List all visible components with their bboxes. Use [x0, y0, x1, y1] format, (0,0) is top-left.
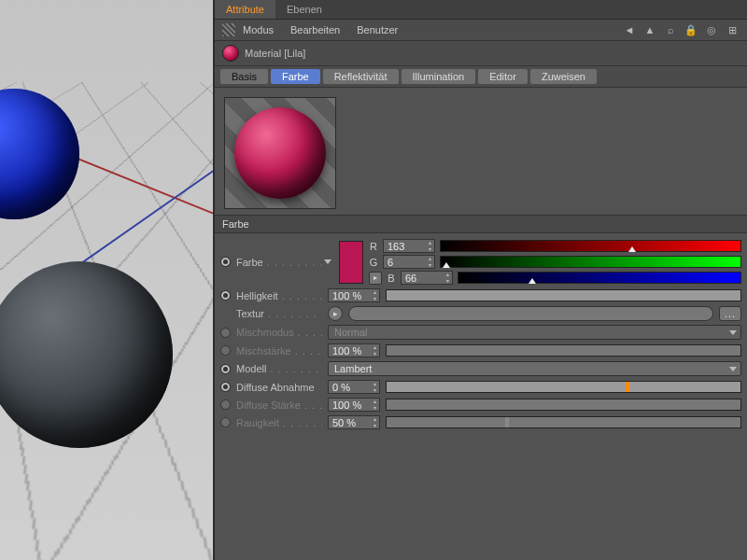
input-diffuse-staerke: 100 %▴▾ — [328, 398, 380, 412]
select-mischmodus: Normal — [328, 325, 741, 340]
tab-attribute[interactable]: Attribute — [215, 0, 275, 19]
rgb-row-b: ▸ B 66▴▾ — [369, 271, 741, 285]
slider-rauigkeit — [386, 416, 741, 428]
enable-farbe[interactable] — [220, 257, 231, 267]
slider-g[interactable] — [440, 256, 741, 268]
material-header[interactable]: Material [Lila] — [215, 41, 747, 66]
enable-diffuse-abnahme[interactable] — [220, 382, 231, 392]
label-modell: Modell — [236, 363, 322, 374]
slider-diffuse-staerke — [386, 399, 741, 411]
label-diffuse-staerke: Diffuse Stärke — [236, 399, 322, 411]
row-mischstaerke: Mischstärke 100 %▴▾ — [220, 342, 741, 359]
menu-bearbeiten[interactable]: Bearbeiten — [290, 24, 340, 35]
tab-reflekt[interactable]: Reflektivität — [323, 69, 399, 84]
rgb-row-g: G 6▴▾ — [369, 255, 741, 269]
add-icon[interactable]: ⊞ — [725, 22, 740, 37]
properties-list: Farbe R 163▴▾ G 6▴▾ ▸ B 66▴▾ — [215, 233, 747, 439]
input-helligkeit[interactable]: 100 %▴▾ — [328, 288, 380, 302]
slider-diffuse-abnahme[interactable] — [386, 381, 741, 393]
enable-helligkeit[interactable] — [220, 290, 231, 301]
enable-modell[interactable] — [220, 364, 231, 374]
input-b[interactable]: 66▴▾ — [401, 271, 453, 285]
rgb-group: R 163▴▾ G 6▴▾ ▸ B 66▴▾ — [369, 239, 741, 285]
attribute-panel: Attribute Ebenen Modus Bearbeiten Benutz… — [215, 0, 747, 560]
enable-diffuse-staerke — [220, 399, 231, 410]
section-farbe: Farbe — [215, 215, 747, 233]
label-farbe: Farbe — [236, 257, 322, 268]
row-textur: Textur ▸ ... — [220, 304, 741, 323]
enable-mischstaerke — [220, 345, 231, 356]
input-mischstaerke: 100 %▴▾ — [328, 343, 380, 357]
row-modell: Modell Lambert — [220, 359, 741, 378]
tab-farbe[interactable]: Farbe — [271, 69, 320, 84]
input-r[interactable]: 163▴▾ — [383, 239, 435, 253]
nav-up-icon[interactable]: ▲ — [642, 22, 657, 37]
input-diffuse-abnahme[interactable]: 0 %▴▾ — [328, 380, 380, 394]
slider-r[interactable] — [440, 240, 741, 252]
tab-editor[interactable]: Editor — [478, 69, 528, 84]
new-tab-icon[interactable]: ◎ — [704, 22, 719, 37]
label-mischstaerke: Mischstärke — [236, 345, 322, 357]
row-mischmodus: Mischmodus Normal — [220, 323, 741, 342]
tab-basis[interactable]: Basis — [220, 69, 268, 84]
expand-b-icon[interactable]: ▸ — [369, 272, 382, 285]
input-rauigkeit: 50 %▴▾ — [328, 415, 380, 429]
label-g: G — [369, 257, 378, 268]
enable-rauigkeit — [220, 417, 231, 427]
slider-mischstaerke — [386, 344, 741, 357]
textur-field[interactable] — [348, 306, 713, 321]
textur-picker-icon[interactable]: ▸ — [328, 306, 343, 321]
material-preview-sphere — [234, 107, 326, 199]
label-diffuse-abnahme: Diffuse Abnahme — [236, 382, 322, 393]
nav-back-icon[interactable]: ◄ — [622, 22, 637, 37]
slider-helligkeit[interactable] — [386, 289, 741, 301]
menu-modus[interactable]: Modus — [243, 24, 274, 35]
search-icon[interactable]: ⌕ — [663, 22, 678, 37]
material-name: Material [Lila] — [245, 48, 305, 59]
material-channel-tabs: Basis Farbe Reflektivität Illumination E… — [215, 66, 747, 88]
menu-benutzer[interactable]: Benutzer — [357, 24, 398, 35]
panel-tabs: Attribute Ebenen — [215, 0, 747, 20]
label-b: B — [387, 273, 396, 284]
lock-icon[interactable]: 🔒 — [684, 22, 698, 37]
label-r: R — [369, 241, 378, 252]
attribute-menubar: Modus Bearbeiten Benutzer ◄ ▲ ⌕ 🔒 ◎ ⊞ — [215, 20, 747, 41]
label-helligkeit: Helligkeit — [236, 290, 322, 301]
row-rauigkeit: Rauigkeit 50 %▴▾ — [220, 413, 741, 431]
material-icon — [222, 45, 239, 62]
row-helligkeit: Helligkeit 100 %▴▾ — [220, 287, 741, 304]
rgb-row-r: R 163▴▾ — [369, 239, 741, 253]
color-swatch[interactable] — [339, 241, 363, 284]
tab-ebenen[interactable]: Ebenen — [275, 0, 333, 19]
material-preview-area — [215, 88, 747, 215]
row-farbe: Farbe R 163▴▾ G 6▴▾ ▸ B 66▴▾ — [220, 237, 741, 287]
textur-browse-button[interactable]: ... — [719, 306, 741, 321]
row-diffuse-staerke: Diffuse Stärke 100 %▴▾ — [220, 396, 741, 413]
grip-icon[interactable] — [222, 23, 235, 36]
select-modell[interactable]: Lambert — [328, 361, 741, 376]
input-g[interactable]: 6▴▾ — [383, 255, 435, 269]
tab-illum[interactable]: Illumination — [402, 69, 476, 84]
label-rauigkeit: Rauigkeit — [236, 417, 322, 428]
enable-mischmodus — [220, 328, 231, 338]
material-preview[interactable] — [224, 97, 336, 209]
tab-zuweisen[interactable]: Zuweisen — [530, 69, 597, 84]
slider-b[interactable] — [458, 272, 741, 284]
label-mischmodus: Mischmodus — [236, 327, 322, 338]
row-diffuse-abnahme: Diffuse Abnahme 0 %▴▾ — [220, 378, 741, 396]
label-textur: Textur — [236, 308, 322, 319]
expand-farbe-icon[interactable] — [324, 259, 331, 264]
viewport-3d[interactable] — [0, 0, 215, 560]
